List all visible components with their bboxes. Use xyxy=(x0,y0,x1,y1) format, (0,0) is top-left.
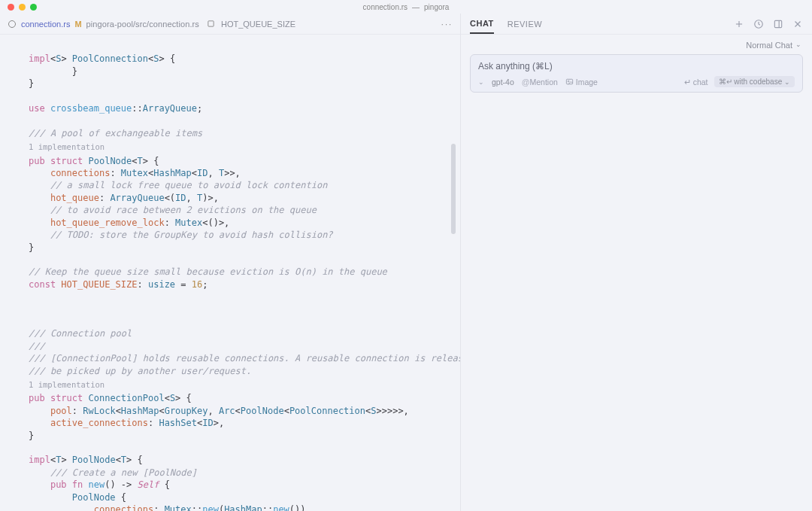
code-editor[interactable]: impl<S> PoolConnection<S> { } } use cros… xyxy=(0,35,460,511)
symbol-icon xyxy=(207,20,215,28)
modified-badge: M xyxy=(74,20,81,29)
image-button[interactable]: Image xyxy=(565,78,598,87)
close-panel-icon[interactable] xyxy=(792,19,803,29)
chat-mode-selector[interactable]: Normal Chat ⌄ xyxy=(461,35,812,54)
model-picker-icon[interactable]: ⌄ xyxy=(478,78,484,86)
window-zoom-icon[interactable] xyxy=(30,4,37,11)
chat-input[interactable]: Ask anything (⌘L) xyxy=(478,61,795,71)
code-token: impl xyxy=(29,53,50,64)
window-title-project: pingora xyxy=(424,3,449,11)
window-traffic-lights[interactable] xyxy=(8,4,37,11)
new-chat-icon[interactable] xyxy=(734,19,744,29)
tab-more-icon[interactable]: ··· xyxy=(441,20,453,29)
window-close-icon[interactable] xyxy=(8,4,14,11)
breadcrumb[interactable]: pingora-pool/src/connection.rs xyxy=(86,20,199,29)
breadcrumb-symbol[interactable]: HOT_QUEUE_SIZE xyxy=(221,20,295,29)
chevron-down-icon: ⌄ xyxy=(795,41,801,50)
dock-icon[interactable] xyxy=(773,19,783,29)
editor-tabbar: connection.rs M pingora-pool/src/connect… xyxy=(0,14,460,35)
chat-tabbar: CHAT REVIEW xyxy=(461,14,812,35)
svg-rect-1 xyxy=(208,21,214,26)
svg-point-10 xyxy=(568,81,569,82)
chat-mode-label: Normal Chat xyxy=(746,41,792,50)
send-chat-button[interactable]: ↵ chat xyxy=(684,78,708,87)
window-title-sep: — xyxy=(412,3,420,11)
window-minimize-icon[interactable] xyxy=(19,4,26,11)
chat-pane: CHAT REVIEW Normal Chat ⌄ xyxy=(461,14,812,511)
codelens-implementations[interactable]: 1 implementation xyxy=(29,377,105,392)
tab-review[interactable]: REVIEW xyxy=(508,15,542,33)
svg-rect-5 xyxy=(774,20,781,27)
editor-scrollbar[interactable] xyxy=(451,144,456,234)
mention-button[interactable]: @Mention xyxy=(522,78,558,87)
rust-file-icon xyxy=(8,20,17,29)
model-label[interactable]: gpt-4o xyxy=(492,78,514,87)
codebase-send-button[interactable]: ⌘↵ with codebase ⌄ xyxy=(714,76,795,87)
codelens-implementations[interactable]: 1 implementation xyxy=(29,139,105,154)
history-icon[interactable] xyxy=(753,19,764,29)
chat-input-box[interactable]: Ask anything (⌘L) ⌄ gpt-4o @Mention Imag… xyxy=(470,54,803,93)
tab-chat[interactable]: CHAT xyxy=(470,14,494,34)
window-title-file: connection.rs xyxy=(363,3,408,11)
tab-file-name[interactable]: connection.rs xyxy=(21,20,70,29)
svg-point-0 xyxy=(9,20,16,27)
editor-pane: connection.rs M pingora-pool/src/connect… xyxy=(0,14,461,511)
chat-input-toolbar: ⌄ gpt-4o @Mention Image ↵ chat ⌘↵ with c… xyxy=(478,76,795,87)
window-titlebar: connection.rs — pingora xyxy=(0,0,812,14)
